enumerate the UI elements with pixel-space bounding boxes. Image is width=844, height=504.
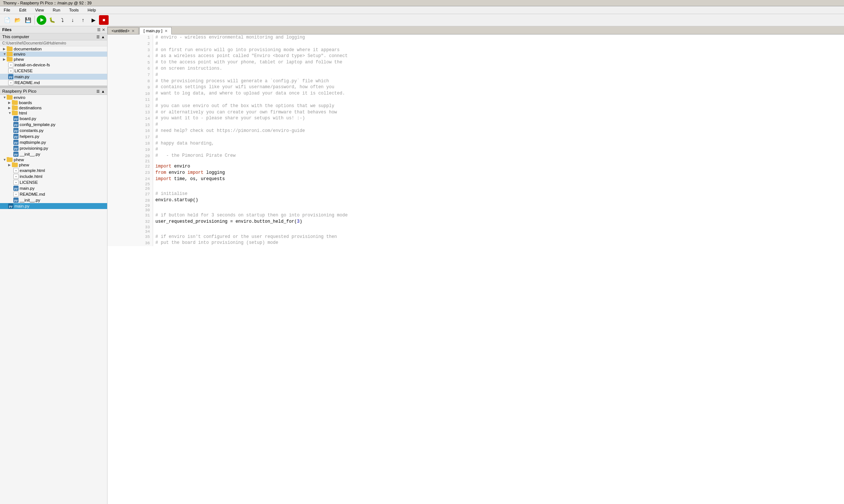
list-item[interactable]: ≡ LICENSE [0, 179, 107, 185]
line-number: 24 [107, 176, 153, 182]
list-item[interactable]: ▶ phew [0, 57, 107, 62]
list-item[interactable]: ≡ README.md [0, 80, 107, 86]
list-item[interactable]: ▼ enviro [0, 95, 107, 100]
list-item[interactable]: ≡ include.html [0, 173, 107, 179]
pi-pico-expand[interactable]: ▲ [101, 89, 105, 93]
step-into-button[interactable]: ↓ [68, 15, 77, 25]
editor-area: <untitled> ✕ [ main.py ] ✕ 1# enviro - w… [107, 26, 844, 504]
python-file-icon: py [13, 134, 19, 139]
this-computer-menu[interactable]: ☰ [96, 35, 100, 39]
folder-icon [12, 111, 18, 115]
tab-untitled[interactable]: <untitled> ✕ [107, 27, 139, 34]
list-item[interactable]: ▶ phew [0, 162, 107, 168]
line-number: 32 [107, 219, 153, 225]
list-item[interactable]: py main.py [0, 74, 107, 80]
python-file-icon: py [13, 198, 19, 203]
line-number: 21 [107, 159, 153, 163]
expand-icon: ▶ [8, 101, 12, 105]
menu-edit[interactable]: Edit [17, 7, 29, 13]
table-row: 32user_requested_provisioning = enviro.b… [107, 219, 844, 225]
list-item[interactable]: ≡ install-on-device-fs [0, 62, 107, 68]
tab-main-py[interactable]: [ main.py ] ✕ [139, 27, 172, 34]
list-item[interactable]: ▶ destinations [0, 105, 107, 110]
table-row: 1# enviro - wireless environmental monit… [107, 34, 844, 41]
menu-view[interactable]: View [33, 7, 46, 13]
window-title: Thonny - Raspberry Pi Pico :: /main.py @… [3, 1, 92, 5]
menu-help[interactable]: Help [85, 7, 98, 13]
line-number: 36 [107, 240, 153, 246]
item-label: main.py [14, 74, 29, 79]
line-number: 23 [107, 170, 153, 176]
line-number: 4 [107, 53, 153, 59]
list-item[interactable]: py config_template.py [0, 122, 107, 127]
toolbar: 📄 📂 💾 🐛 ⤵ ↓ ↑ ▶ [0, 14, 844, 26]
menu-run[interactable]: Run [50, 7, 62, 13]
line-code: # on first run enviro will go into provi… [153, 47, 844, 53]
stop-button[interactable] [99, 15, 109, 25]
table-row: 36# put the board into provisioning (set… [107, 240, 844, 246]
panel-header-actions: ☰ ✕ [97, 28, 105, 32]
step-out-button[interactable]: ↑ [78, 15, 88, 25]
table-row: 12# you can use enviro out of the box wi… [107, 103, 844, 109]
table-row: 5# to the access point with your phone, … [107, 59, 844, 66]
new-button[interactable]: 📄 [2, 15, 12, 25]
item-label: README.md [20, 192, 45, 196]
run-button[interactable] [37, 15, 46, 25]
code-editor[interactable]: 1# enviro - wireless environmental monit… [107, 34, 844, 504]
line-code [153, 182, 844, 186]
line-code: import time, os, urequests [153, 176, 844, 182]
step-over-button[interactable]: ⤵ [57, 15, 67, 25]
tab-close-icon[interactable]: ✕ [132, 29, 135, 33]
list-item[interactable]: ▶ documentation [0, 46, 107, 52]
line-code: # want to log data, and where to upload … [153, 90, 844, 97]
menu-tools[interactable]: Tools [67, 7, 81, 13]
debug-button[interactable]: 🐛 [47, 15, 57, 25]
resume-button[interactable]: ▶ [89, 15, 98, 25]
list-item[interactable]: py __init__.py [0, 197, 107, 203]
folder-icon [12, 163, 18, 167]
table-row: 34 [107, 229, 844, 234]
line-number: 2 [107, 41, 153, 47]
python-file-icon: py [13, 146, 19, 151]
menu-file[interactable]: File [1, 7, 13, 13]
list-item[interactable]: ≡ README.md [0, 191, 107, 197]
line-code: # - the Pimoroni Pirate Crew [153, 153, 844, 159]
tab-close-icon[interactable]: ✕ [165, 29, 168, 33]
list-item[interactable]: ▼ html [0, 110, 107, 116]
list-item[interactable]: py constants.py [0, 127, 107, 133]
list-item[interactable]: py board.py [0, 116, 107, 122]
list-item[interactable]: py main.py [0, 203, 107, 209]
this-computer-expand[interactable]: ▲ [101, 35, 105, 39]
line-code [153, 186, 844, 191]
expand-icon: ▼ [3, 158, 7, 162]
expand-icon: ▶ [8, 163, 12, 167]
python-file-icon: py [8, 203, 13, 209]
item-label: mqttsimple.py [20, 140, 46, 145]
pi-pico-menu[interactable]: ☰ [96, 89, 100, 93]
table-row: 21 [107, 159, 844, 163]
save-button[interactable]: 💾 [23, 15, 33, 25]
panel-close-icon[interactable]: ✕ [102, 28, 105, 32]
open-button[interactable]: 📂 [13, 15, 22, 25]
item-label: phew [19, 163, 29, 167]
line-code: # [153, 122, 844, 128]
table-row: 16# need help? check out https://pimoron… [107, 128, 844, 134]
list-item[interactable]: py mqttsimple.py [0, 139, 107, 145]
list-item[interactable]: py helpers.py [0, 133, 107, 139]
pi-pico-header: Raspberry Pi Pico ☰ ▲ [0, 88, 107, 95]
list-item[interactable]: ▼ enviro [0, 52, 107, 57]
line-code: # contains settings like your wifi usern… [153, 84, 844, 90]
list-item[interactable]: py provisioning.py [0, 145, 107, 151]
list-item[interactable]: ≡ LICENSE [0, 68, 107, 74]
list-item[interactable]: ▶ boards [0, 100, 107, 105]
panel-menu-icon[interactable]: ☰ [97, 28, 100, 32]
text-file-icon: ≡ [13, 174, 19, 179]
text-file-icon: ≡ [13, 168, 19, 173]
list-item[interactable]: py __init__.py [0, 151, 107, 157]
list-item[interactable]: py main.py [0, 185, 107, 191]
list-item[interactable]: ≡ example.html [0, 168, 107, 173]
list-item[interactable]: ▼ phew [0, 157, 107, 162]
line-number: 1 [107, 34, 153, 41]
line-number: 25 [107, 182, 153, 186]
line-number: 17 [107, 134, 153, 140]
